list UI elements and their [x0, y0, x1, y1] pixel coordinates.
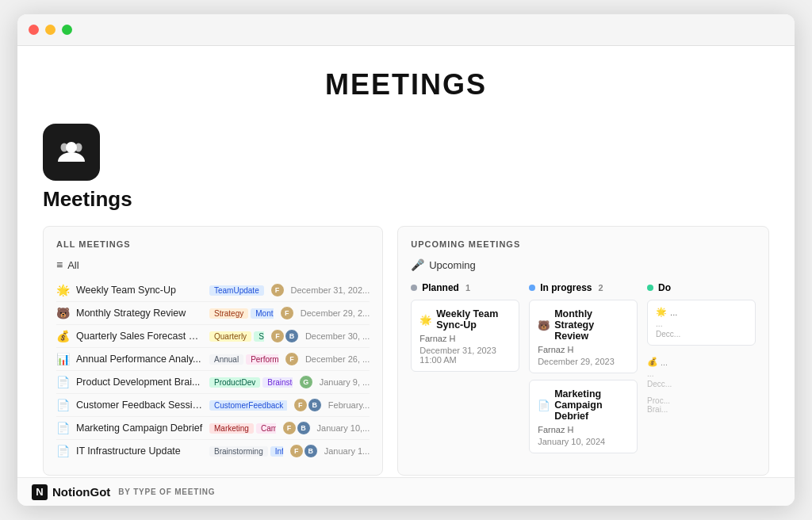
- tag: Performance: [246, 354, 278, 365]
- avatars: F B: [270, 329, 299, 343]
- tag: Quarterly: [209, 331, 251, 342]
- svg-point-2: [75, 143, 82, 152]
- status-count: 1: [465, 283, 470, 292]
- tag: Marketing: [209, 423, 254, 434]
- tag: Annual: [209, 354, 243, 365]
- status-dot-planned: [411, 285, 417, 291]
- kanban-card[interactable]: 🌟 Weekly Team Sync-Up Farnaz H December …: [411, 300, 519, 372]
- avatar: F: [280, 306, 294, 320]
- list-icon: ≡: [56, 258, 63, 271]
- tags-cell: Marketing CampaignAnalysis: [209, 423, 276, 434]
- tag: Infrastructure: [270, 446, 283, 457]
- meetings-list: 🌟 Weekly Team Sync-Up TeamUpdate Weekly …: [56, 279, 370, 462]
- kanban-card[interactable]: 📄 Marketing Campaign Debrief Farnaz H Ja…: [529, 380, 638, 453]
- notion-logo: N NotionGot: [32, 484, 110, 500]
- date-cell: December 26, ...: [305, 354, 370, 364]
- meeting-row[interactable]: 📊 Annual Performance Analy... Annual Per…: [56, 348, 370, 371]
- kanban-col-inprogress: In progress 2 🐻 Monthly Strategy Review …: [529, 282, 638, 460]
- card-date: January 10, 2024: [538, 437, 629, 446]
- col-header-inprogress: In progress 2: [529, 282, 638, 293]
- tags-cell: Quarterly Sales Foreca: [209, 331, 264, 342]
- card-person: Farnaz H: [538, 425, 629, 434]
- card-title: 🌟 Weekly Team Sync-Up: [419, 308, 511, 331]
- upcoming-meetings-panel: UPCOMING MEETINGS 🎤 Upcoming Planned 1: [397, 226, 769, 476]
- meeting-name: Quarterly Sales Forecast M...: [76, 331, 203, 342]
- meeting-name: IT Infrastructure Update: [76, 445, 203, 457]
- card-title-text: Marketing Campaign Debrief: [554, 388, 629, 422]
- meeting-name: Annual Performance Analy...: [76, 354, 203, 365]
- upcoming-tab-label: Upcoming: [429, 259, 476, 271]
- brand-name: NotionGot: [52, 485, 110, 499]
- tag: Brainstorming: [209, 446, 268, 457]
- tag: CustomerFeedback: [209, 400, 287, 411]
- kanban-board: Planned 1 🌟 Weekly Team Sync-Up Farnaz H…: [411, 282, 756, 460]
- date-cell: January 10,...: [317, 423, 370, 433]
- tag: Sales: [254, 331, 264, 342]
- page-title: MEETINGS: [43, 68, 769, 101]
- titlebar: [17, 14, 795, 46]
- card-date: December 31, 2023 11:00 AM: [419, 346, 511, 365]
- meeting-name: Weekly Team Sync-Up: [76, 285, 203, 296]
- card-emoji: 📄: [538, 400, 550, 411]
- app-icon-wrapper: Meetings: [43, 124, 769, 212]
- avatar: F: [270, 329, 285, 343]
- col-header-planned: Planned 1: [411, 282, 519, 293]
- card-title: 🐻 Monthly Strategy Review: [538, 308, 629, 342]
- avatar: B: [308, 398, 322, 412]
- card-emoji: 🐻: [538, 319, 550, 331]
- date-cell: December 31, 202...: [291, 285, 370, 295]
- col-status-label: Do: [658, 282, 671, 293]
- col-header-done: Do: [647, 282, 756, 293]
- tag: ProductDev: [209, 377, 260, 388]
- meeting-row[interactable]: 📄 IT Infrastructure Update Brainstorming…: [56, 440, 370, 462]
- all-meetings-header: ALL MEETINGS: [56, 239, 370, 249]
- avatar: F: [289, 444, 304, 458]
- svg-point-1: [61, 143, 68, 152]
- tag: Monthly: [251, 308, 274, 319]
- tag: Brainstorming: [262, 377, 292, 388]
- meeting-row[interactable]: 🌟 Weekly Team Sync-Up TeamUpdate Weekly …: [56, 279, 370, 302]
- meeting-row[interactable]: 📄 Customer Feedback Session CustomerFeed…: [56, 394, 370, 417]
- meeting-row[interactable]: 🐻 Monthly Strategy Review Strategy Month…: [56, 302, 370, 325]
- avatar: B: [297, 421, 311, 435]
- kanban-card[interactable]: 🐻 Monthly Strategy Review Farnaz H Decem…: [529, 300, 638, 373]
- kanban-col-done: Do 🌟 ... ... Decc... 💰: [647, 282, 756, 460]
- tags-cell: Brainstorming Infrastructure T: [209, 446, 283, 457]
- avatars: F B: [289, 444, 318, 458]
- status-count: 2: [599, 283, 603, 292]
- tags-cell: Strategy Monthly Plannin: [209, 308, 274, 319]
- minimize-dot[interactable]: [45, 25, 56, 35]
- tag: TeamUpdate: [209, 285, 264, 296]
- meeting-row[interactable]: 💰 Quarterly Sales Forecast M... Quarterl…: [56, 325, 370, 348]
- kanban-col-planned: Planned 1 🌟 Weekly Team Sync-Up Farnaz H…: [411, 282, 519, 460]
- maximize-dot[interactable]: [62, 25, 72, 35]
- meeting-row[interactable]: 📄 Marketing Campaign Debrief Marketing C…: [56, 417, 370, 440]
- avatar: B: [285, 329, 299, 343]
- status-dot-inprogress: [529, 285, 535, 291]
- upcoming-tab[interactable]: 🎤 Upcoming: [411, 258, 756, 271]
- avatar: F: [285, 352, 299, 366]
- by-type-label: BY TYPE OF MEETING: [118, 488, 215, 496]
- avatars: G: [299, 375, 313, 389]
- avatar: F: [282, 421, 297, 435]
- view-toggle[interactable]: ≡ All: [56, 258, 370, 271]
- avatar: G: [299, 375, 313, 389]
- meeting-row[interactable]: 📄 Product Development Brai... ProductDev…: [56, 371, 370, 394]
- avatar: B: [304, 444, 318, 458]
- card-date: December 29, 2023: [538, 357, 629, 366]
- content-area: MEETINGS Meetings ALL MEETINGS ≡ All: [17, 46, 795, 477]
- meeting-name: Product Development Brai...: [76, 377, 203, 388]
- avatars: F: [285, 352, 299, 366]
- avatars: F B: [282, 421, 311, 435]
- card-title: 📄 Marketing Campaign Debrief: [538, 388, 629, 422]
- date-cell: January 9, ...: [320, 377, 370, 387]
- meeting-emoji: 🐻: [56, 307, 70, 319]
- partial-card: 🌟 ... ... Decc...: [647, 300, 756, 346]
- tags-cell: TeamUpdate Weekly Cu: [209, 285, 264, 296]
- close-dot[interactable]: [29, 25, 39, 35]
- card-title-text: Monthly Strategy Review: [554, 308, 629, 342]
- meeting-emoji: 📄: [56, 376, 70, 388]
- tags-cell: ProductDev Brainstorming Inn: [209, 377, 293, 388]
- date-cell: February...: [328, 400, 370, 410]
- status-dot-done: [647, 285, 653, 291]
